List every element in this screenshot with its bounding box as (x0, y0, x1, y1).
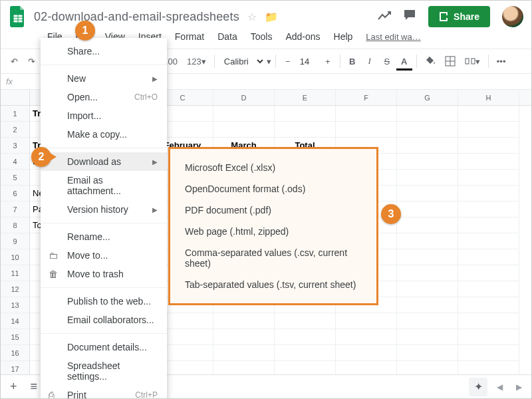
all-sheets-icon[interactable]: ≡ (27, 378, 42, 395)
cell[interactable] (213, 313, 275, 329)
row-header[interactable]: 3 (1, 138, 29, 154)
menu-item-download-as[interactable]: Download as▶ (41, 152, 167, 171)
row-header[interactable]: 16 (1, 345, 29, 361)
row-header[interactable]: 14 (1, 313, 29, 329)
row-header[interactable]: 6 (1, 186, 29, 201)
document-title[interactable]: 02-download-and-email-spreadsheets (34, 10, 239, 24)
scroll-left-icon[interactable]: ◀ (493, 382, 507, 392)
column-header[interactable]: F (336, 90, 397, 105)
cell[interactable] (458, 154, 519, 170)
menu-help[interactable]: Help (329, 29, 358, 45)
submenu-item-ods[interactable]: OpenDocument format (.ods) (170, 178, 376, 200)
select-all-corner[interactable] (1, 90, 29, 106)
row-header[interactable]: 15 (1, 329, 29, 345)
cell[interactable] (336, 345, 397, 361)
add-sheet-icon[interactable]: + (6, 378, 21, 395)
cell[interactable] (213, 329, 275, 345)
menu-item-new[interactable]: New▶ (41, 69, 167, 88)
row-header[interactable]: 7 (1, 201, 29, 217)
font-family-select[interactable]: Calibri (219, 55, 265, 68)
cell[interactable] (458, 233, 519, 249)
submenu-item-html[interactable]: Web page (.html, zipped) (170, 221, 376, 242)
scroll-right-icon[interactable]: ▶ (512, 382, 526, 392)
undo-icon[interactable]: ↶ (6, 54, 22, 69)
submenu-item-csv[interactable]: Comma-separated values (.csv, current sh… (170, 242, 376, 274)
fill-color-icon[interactable] (421, 53, 440, 69)
cell[interactable] (458, 138, 519, 154)
cell[interactable] (275, 329, 336, 345)
cell[interactable] (213, 106, 275, 122)
row-header[interactable]: 13 (1, 297, 29, 313)
number-format-select[interactable]: 123 ▾ (183, 54, 210, 69)
cell[interactable] (275, 122, 336, 138)
sheets-logo-icon[interactable] (9, 5, 27, 29)
cell[interactable] (397, 186, 458, 201)
menu-item-import[interactable]: Import... (41, 106, 167, 125)
toolbar-more-icon[interactable]: ••• (493, 54, 510, 69)
cell[interactable] (397, 313, 458, 329)
user-avatar[interactable] (502, 6, 523, 27)
cell[interactable] (397, 106, 458, 122)
submenu-item-xlsx[interactable]: Microsoft Excel (.xlsx) (170, 157, 376, 178)
cell[interactable] (275, 345, 336, 361)
menu-addons[interactable]: Add-ons (280, 29, 325, 45)
row-header[interactable]: 2 (1, 122, 29, 138)
borders-icon[interactable] (441, 53, 460, 69)
cell[interactable] (458, 170, 519, 186)
cell[interactable] (397, 233, 458, 249)
cell[interactable] (458, 329, 519, 345)
menu-item-spreadsheet-settings[interactable]: Spreadsheet settings... (41, 356, 167, 386)
menu-item-publish-web[interactable]: Publish to the web... (41, 292, 167, 311)
cell[interactable] (275, 313, 336, 329)
menu-item-email-attachment[interactable]: Email as attachment... (41, 171, 167, 200)
column-header[interactable]: D (213, 90, 275, 105)
cell[interactable] (458, 281, 519, 297)
cell[interactable] (336, 106, 397, 122)
text-color-icon[interactable]: A (396, 54, 412, 69)
share-button[interactable]: Share (428, 6, 490, 27)
cell[interactable] (458, 122, 519, 138)
menu-tools[interactable]: Tools (245, 29, 278, 45)
row-header[interactable]: 8 (1, 217, 29, 233)
cell[interactable] (336, 329, 397, 345)
submenu-item-pdf[interactable]: PDF document (.pdf) (170, 200, 376, 221)
cell[interactable] (458, 297, 519, 313)
row-header[interactable]: 4 (1, 154, 29, 170)
cell[interactable] (458, 249, 519, 265)
column-header[interactable]: E (275, 90, 336, 105)
bold-icon[interactable]: B (344, 54, 360, 69)
cell[interactable] (397, 281, 458, 297)
cell[interactable] (213, 345, 275, 361)
merge-cells-icon[interactable]: ▾ (461, 53, 484, 69)
cell[interactable] (458, 186, 519, 201)
italic-icon[interactable]: I (362, 53, 378, 69)
cell[interactable] (397, 122, 458, 138)
cell[interactable] (397, 170, 458, 186)
cell[interactable] (397, 297, 458, 313)
last-edit-link[interactable]: Last edit wa… (366, 32, 420, 42)
cell[interactable] (397, 217, 458, 233)
row-header[interactable]: 11 (1, 265, 29, 281)
cell[interactable] (397, 249, 458, 265)
cell[interactable] (458, 345, 519, 361)
menu-data[interactable]: Data (212, 29, 243, 45)
menu-item-move-trash[interactable]: 🗑Move to trash (41, 265, 167, 283)
column-header[interactable]: H (458, 90, 519, 105)
cell[interactable] (336, 313, 397, 329)
row-header[interactable]: 12 (1, 281, 29, 297)
cell[interactable] (397, 154, 458, 170)
folder-icon[interactable]: 📁 (265, 11, 278, 23)
strikethrough-icon[interactable]: S (379, 54, 395, 69)
explore-icon[interactable]: ✦ (469, 378, 487, 396)
cell[interactable] (336, 122, 397, 138)
menu-item-make-copy[interactable]: Make a copy... (41, 125, 167, 144)
cell[interactable] (458, 265, 519, 281)
column-header[interactable]: G (397, 90, 458, 105)
cell[interactable] (397, 201, 458, 217)
menu-item-version-history[interactable]: Version history▶ (41, 200, 167, 219)
menu-item-doc-details[interactable]: Document details... (41, 338, 167, 356)
cell[interactable] (458, 313, 519, 329)
menu-item-print[interactable]: ⎙PrintCtrl+P (41, 386, 167, 399)
menu-item-move-to[interactable]: 🗀Move to... (41, 246, 167, 265)
font-size-increase[interactable]: + (320, 54, 336, 69)
